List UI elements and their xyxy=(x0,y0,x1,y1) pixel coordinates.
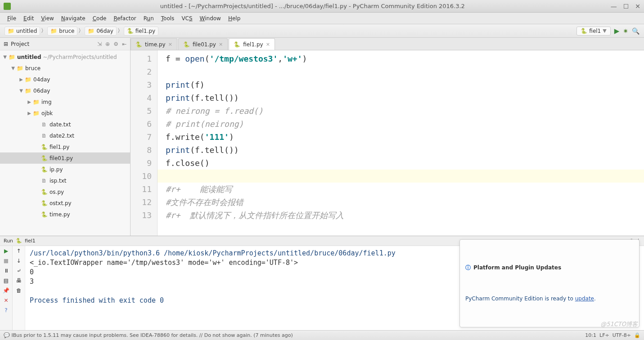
status-cursor-pos[interactable]: 10:1 xyxy=(585,332,596,338)
tree-ojbk[interactable]: ▶📁ojbk xyxy=(0,107,130,119)
update-popup[interactable]: ⓘPlatform and Plugin Updates PyCharm Com… xyxy=(459,239,639,327)
print-icon[interactable]: 🖶 xyxy=(16,277,22,284)
toolbar: 📁untitled〉 📁bruce〉 📁06day〉 🐍fiel1.py 🐍fi… xyxy=(0,24,644,38)
popup-title: Platform and Plugin Updates xyxy=(473,263,561,273)
search-everywhere-button[interactable]: 🔍 xyxy=(632,27,639,35)
crumb-06day[interactable]: 📁06day xyxy=(85,27,116,36)
tree-date[interactable]: 🗎date.txt xyxy=(0,119,130,130)
run-panel: Run 🐍 fiel1 ⚙ ⤓ ▶ ■ ⏸ ▤ 📌 ✕ ? ↑ ↓ ⤶ 🖶 🗑 … xyxy=(0,236,644,330)
update-link[interactable]: update xyxy=(575,295,594,302)
project-panel-header: ⊞ Project ⇲ ⊕ ⚙ ⇤ xyxy=(0,38,130,50)
run-config-selector[interactable]: 🐍fiel1▼ xyxy=(576,27,610,36)
menu-file[interactable]: File xyxy=(5,14,19,23)
tree-bruce[interactable]: ▼📁bruce xyxy=(0,63,130,74)
menu-navigate[interactable]: Navigate xyxy=(59,14,88,23)
close-run-button[interactable]: ✕ xyxy=(4,297,8,304)
down-icon[interactable]: ↓ xyxy=(16,258,21,264)
menu-bar: File Edit View Navigate Code Refactor Ru… xyxy=(0,13,644,24)
status-encoding[interactable]: UTF-8÷ xyxy=(612,332,631,338)
collapse-icon[interactable]: ⇲ xyxy=(97,41,102,47)
close-icon[interactable]: × xyxy=(266,41,270,47)
menu-run[interactable]: Run xyxy=(141,14,157,23)
layout-icon[interactable]: ▤ xyxy=(4,277,9,284)
info-icon: ⓘ xyxy=(465,263,471,273)
menu-vcs[interactable]: VCS xyxy=(179,14,195,23)
tree-ip[interactable]: 🐍ip.py xyxy=(0,164,130,175)
pin-icon[interactable]: 📌 xyxy=(3,287,9,294)
project-tool-icon: ⊞ xyxy=(4,41,8,47)
tree-04day[interactable]: ▶📁04day xyxy=(0,74,130,85)
lock-icon[interactable]: 🔒 xyxy=(634,332,640,338)
window-title: untitled - [~/PycharmProjects/untitled] … xyxy=(14,3,611,9)
tree-file01[interactable]: 🐍file01.py xyxy=(0,152,130,164)
line-gutter: 12345678910111213 xyxy=(131,50,158,236)
project-tree[interactable]: ▼📁untitled~/PycharmProjects/untitled ▼📁b… xyxy=(0,50,130,236)
menu-view[interactable]: View xyxy=(38,14,56,23)
project-panel-title: Project xyxy=(11,41,29,47)
tree-time[interactable]: 🐍time.py xyxy=(0,209,130,220)
tree-date2[interactable]: 🗎date2.txt xyxy=(0,130,130,141)
close-icon[interactable]: × xyxy=(168,41,172,47)
maximize-button[interactable]: ☐ xyxy=(623,3,629,10)
hide-icon[interactable]: ⇤ xyxy=(122,41,126,47)
menu-code[interactable]: Code xyxy=(90,14,109,23)
up-icon[interactable]: ↑ xyxy=(16,248,21,254)
editor-tabs: 🐍time.py× 🐍file01.py× 🐍fiel1.py× xyxy=(131,38,644,50)
app-icon xyxy=(4,3,11,10)
close-icon[interactable]: × xyxy=(219,41,223,47)
stop-button[interactable]: ■ xyxy=(4,258,9,264)
crumb-file[interactable]: 🐍fiel1.py xyxy=(124,27,158,36)
tab-time[interactable]: 🐍time.py× xyxy=(131,38,177,50)
trash-icon[interactable]: 🗑 xyxy=(16,287,22,294)
run-toolbar-left: ▶ ■ ⏸ ▤ 📌 ✕ ? xyxy=(0,246,13,330)
run-toolbar-right: ↑ ↓ ⤶ 🖶 🗑 xyxy=(13,246,25,330)
code-content[interactable]: f = open('/tmp/westos3','w+') print(f) p… xyxy=(158,50,644,236)
status-icon: 💬 xyxy=(4,332,10,338)
crumb-bruce[interactable]: 📁bruce xyxy=(47,27,77,36)
rerun-button[interactable]: ▶ xyxy=(4,248,8,254)
breadcrumb: 📁untitled〉 📁bruce〉 📁06day〉 🐍fiel1.py xyxy=(5,27,576,36)
window-titlebar: untitled - [~/PycharmProjects/untitled] … xyxy=(0,0,644,13)
target-icon[interactable]: ⊕ xyxy=(105,41,110,47)
run-output[interactable]: /usr/local/python3/bin/python3.6 /home/k… xyxy=(25,246,644,330)
run-button[interactable]: ▶ xyxy=(614,27,620,35)
crumb-root[interactable]: 📁untitled xyxy=(5,27,40,36)
tab-file01[interactable]: 🐍file01.py× xyxy=(178,38,228,50)
tree-isp[interactable]: 🗎isp.txt xyxy=(0,175,130,186)
tab-fiel1[interactable]: 🐍fiel1.py× xyxy=(229,38,275,50)
menu-tools[interactable]: Tools xyxy=(158,14,177,23)
tree-fiel1[interactable]: 🐍fiel1.py xyxy=(0,141,130,152)
help-icon[interactable]: ? xyxy=(5,307,7,313)
menu-refactor[interactable]: Refactor xyxy=(111,14,139,23)
run-panel-title: Run xyxy=(4,238,13,244)
menu-window[interactable]: Window xyxy=(197,14,224,23)
tree-img[interactable]: ▶📁img xyxy=(0,96,130,107)
run-config-name: fiel1 xyxy=(25,238,36,244)
status-message[interactable]: IBus prior to 1.5.11 may cause input pro… xyxy=(12,332,293,338)
popup-body: PyCharm Community Edition is ready to up… xyxy=(465,294,634,304)
tree-root[interactable]: ▼📁untitled~/PycharmProjects/untitled xyxy=(0,51,130,63)
close-button[interactable]: ✕ xyxy=(635,3,640,10)
status-bar: 💬 IBus prior to 1.5.11 may cause input p… xyxy=(0,330,644,340)
tree-06day[interactable]: ▼📁06day xyxy=(0,85,130,96)
minimize-button[interactable]: — xyxy=(611,3,617,10)
editor-area: 🐍time.py× 🐍file01.py× 🐍fiel1.py× 1234567… xyxy=(131,38,644,236)
menu-edit[interactable]: Edit xyxy=(21,14,36,23)
menu-help[interactable]: Help xyxy=(225,14,243,23)
debug-button[interactable]: ✷ xyxy=(623,27,628,35)
gear-icon[interactable]: ⚙ xyxy=(113,41,118,47)
code-editor[interactable]: 12345678910111213 f = open('/tmp/westos3… xyxy=(131,50,644,236)
wrap-icon[interactable]: ⤶ xyxy=(17,268,21,274)
tree-os[interactable]: 🐍os.py xyxy=(0,186,130,197)
pause-icon[interactable]: ⏸ xyxy=(4,268,9,274)
project-sidebar: ⊞ Project ⇲ ⊕ ⚙ ⇤ ▼📁untitled~/PycharmPro… xyxy=(0,38,131,236)
tree-ostxt[interactable]: 🐍ostxt.py xyxy=(0,197,130,209)
status-line-sep[interactable]: LF÷ xyxy=(599,332,609,338)
